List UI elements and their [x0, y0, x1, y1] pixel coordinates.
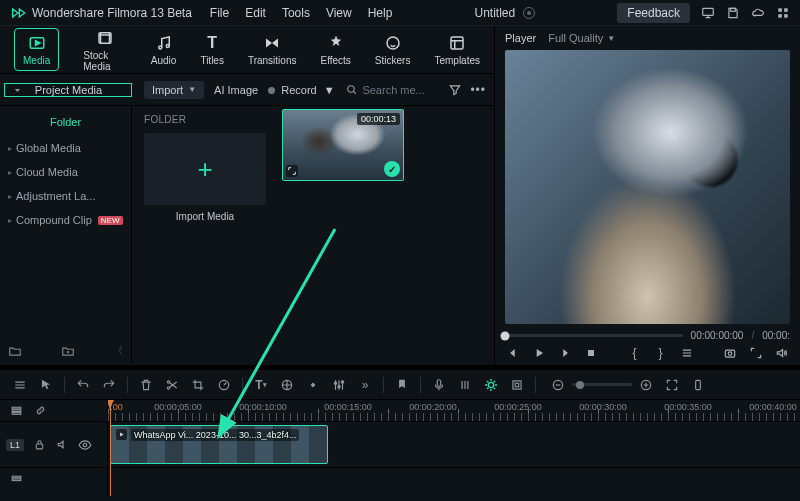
- ribbon-audio[interactable]: Audio: [151, 33, 177, 66]
- import-button[interactable]: Import ▼: [144, 81, 204, 99]
- search-icon[interactable]: [345, 83, 358, 96]
- track-layer-badge[interactable]: L1: [6, 439, 24, 451]
- track-mute-icon[interactable]: [54, 437, 70, 453]
- sidebar-item-adjustment-layer[interactable]: ▸Adjustment La...: [0, 184, 131, 208]
- track-visibility-icon[interactable]: [77, 437, 93, 453]
- menu-view[interactable]: View: [326, 6, 352, 20]
- timeline-options-icon[interactable]: [12, 377, 28, 393]
- more-tools-icon[interactable]: »: [357, 377, 373, 393]
- ai-image-button[interactable]: AI Image: [214, 84, 258, 96]
- mark-in-icon[interactable]: {: [627, 345, 643, 361]
- link-icon[interactable]: [32, 403, 48, 419]
- svg-rect-14: [451, 37, 463, 49]
- timeline-settings-icon[interactable]: [690, 377, 706, 393]
- ribbon-stock-media[interactable]: Stock Media: [83, 28, 127, 72]
- svg-rect-38: [12, 407, 21, 409]
- keyframe-icon[interactable]: [305, 377, 321, 393]
- ribbon-titles[interactable]: T Titles: [200, 33, 224, 66]
- feedback-button[interactable]: Feedback: [617, 3, 690, 23]
- svg-point-15: [348, 86, 355, 93]
- text-tool-icon[interactable]: T▾: [253, 377, 269, 393]
- snapshot-icon[interactable]: [722, 345, 738, 361]
- filter-icon[interactable]: [448, 83, 462, 97]
- timeline-ruler[interactable]: 0:00 00:00:05:00 00:00:10:00 00:00:15:00…: [108, 400, 800, 422]
- app-logo: [10, 5, 26, 21]
- svg-rect-31: [437, 379, 441, 385]
- playhead[interactable]: [110, 400, 111, 496]
- redo-icon[interactable]: [101, 377, 117, 393]
- audio-mixer-icon[interactable]: [457, 377, 473, 393]
- marker-icon[interactable]: [394, 377, 410, 393]
- svg-rect-19: [588, 350, 594, 356]
- ribbon-transitions[interactable]: Transitions: [248, 33, 297, 66]
- zoom-in-icon[interactable]: [638, 377, 654, 393]
- list-icon[interactable]: [679, 345, 695, 361]
- auto-reframe-icon[interactable]: [483, 377, 499, 393]
- ribbon-effects[interactable]: Effects: [320, 33, 350, 66]
- expand-icon[interactable]: [286, 165, 298, 177]
- adjust-icon[interactable]: [331, 377, 347, 393]
- sidebar-item-compound-clip[interactable]: ▸Compound ClipNEW: [0, 208, 131, 232]
- plus-icon: +: [197, 154, 212, 185]
- new-folder-icon[interactable]: [8, 344, 22, 358]
- import-media-tile[interactable]: +: [144, 133, 266, 205]
- media-clip-tile[interactable]: 00:00:13 ✓: [282, 109, 404, 181]
- new-bin-icon[interactable]: [61, 344, 75, 358]
- menu-file[interactable]: File: [210, 6, 229, 20]
- zoom-out-icon[interactable]: [550, 377, 566, 393]
- record-button[interactable]: Record ▼: [268, 84, 334, 96]
- add-track-icon[interactable]: [8, 471, 24, 487]
- ribbon-stickers[interactable]: Stickers: [375, 33, 411, 66]
- mark-out-icon[interactable]: }: [653, 345, 669, 361]
- chevron-down-icon: ▼: [13, 87, 22, 93]
- fullscreen-icon[interactable]: [748, 345, 764, 361]
- svg-point-28: [334, 382, 336, 384]
- play-icon[interactable]: [531, 345, 547, 361]
- sidebar-item-cloud-media[interactable]: ▸Cloud Media: [0, 160, 131, 184]
- split-icon[interactable]: [164, 377, 180, 393]
- collapse-sidebar-icon[interactable]: 〈: [113, 344, 123, 358]
- delete-icon[interactable]: [138, 377, 154, 393]
- svg-marker-45: [120, 432, 124, 436]
- zoom-slider[interactable]: [572, 383, 632, 386]
- svg-rect-27: [311, 382, 316, 387]
- player-canvas[interactable]: [505, 50, 790, 324]
- next-frame-icon[interactable]: [557, 345, 573, 361]
- volume-icon[interactable]: [774, 345, 790, 361]
- cloud-icon[interactable]: [750, 5, 765, 20]
- zoom-fit-icon[interactable]: [664, 377, 680, 393]
- svg-point-23: [167, 380, 169, 382]
- ribbon-media[interactable]: Media: [14, 28, 59, 71]
- menu-help[interactable]: Help: [368, 6, 393, 20]
- svg-rect-41: [36, 444, 43, 449]
- track-lock-icon[interactable]: [31, 437, 47, 453]
- chevron-down-icon: ▼: [607, 34, 615, 43]
- desktop-icon[interactable]: [700, 5, 715, 20]
- more-icon[interactable]: •••: [470, 83, 486, 97]
- menu-tools[interactable]: Tools: [282, 6, 310, 20]
- menu-edit[interactable]: Edit: [245, 6, 266, 20]
- prev-frame-icon[interactable]: [505, 345, 521, 361]
- speed-icon[interactable]: [216, 377, 232, 393]
- project-media-dropdown[interactable]: ▼ Project Media: [4, 83, 132, 97]
- track-view-icon[interactable]: [8, 403, 24, 419]
- crop-icon[interactable]: [190, 377, 206, 393]
- playback-scrubber[interactable]: [505, 334, 683, 337]
- svg-point-32: [488, 382, 493, 387]
- undo-icon[interactable]: [75, 377, 91, 393]
- svg-marker-12: [272, 39, 278, 48]
- svg-rect-33: [513, 380, 521, 388]
- search-input[interactable]: [362, 84, 432, 96]
- sidebar-item-global-media[interactable]: ▸Global Media: [0, 136, 131, 160]
- pointer-tool-icon[interactable]: [38, 377, 54, 393]
- render-icon[interactable]: [509, 377, 525, 393]
- ribbon-templates[interactable]: Templates: [434, 33, 480, 66]
- timeline-clip[interactable]: WhatsApp Vi... 2023-10... 30...3_4b2f4..…: [110, 425, 328, 464]
- voiceover-icon[interactable]: [431, 377, 447, 393]
- apps-icon[interactable]: [775, 5, 790, 20]
- svg-rect-1: [730, 8, 735, 11]
- player-quality-dropdown[interactable]: Full Quality ▼: [548, 32, 615, 44]
- stop-icon[interactable]: [583, 345, 599, 361]
- save-icon[interactable]: [725, 5, 740, 20]
- color-icon[interactable]: [279, 377, 295, 393]
